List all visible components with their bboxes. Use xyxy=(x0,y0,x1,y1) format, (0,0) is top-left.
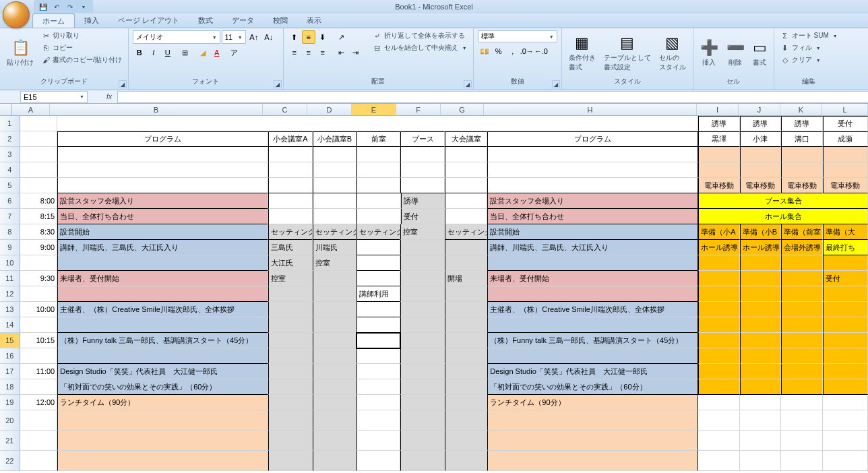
cell[interactable] xyxy=(20,317,58,333)
cell[interactable] xyxy=(487,410,698,431)
cell[interactable]: 大会議室 xyxy=(445,131,487,147)
cell[interactable] xyxy=(445,451,487,471)
cell[interactable] xyxy=(356,379,400,395)
row-header-6[interactable]: 6 xyxy=(0,193,20,209)
cell[interactable] xyxy=(268,451,312,471)
cell[interactable] xyxy=(400,178,444,193)
cell[interactable]: 来場者、受付開始 xyxy=(487,271,698,286)
cell[interactable] xyxy=(57,317,268,333)
col-header-C[interactable]: C xyxy=(263,104,307,115)
cell[interactable] xyxy=(823,147,868,162)
cell[interactable] xyxy=(781,451,822,471)
cell[interactable]: ブース集合 xyxy=(698,193,868,209)
cell[interactable] xyxy=(740,302,781,317)
cell[interactable] xyxy=(740,410,781,431)
cell[interactable] xyxy=(400,302,444,317)
row-header-1[interactable]: 1 xyxy=(0,116,20,131)
cell[interactable] xyxy=(823,431,868,451)
cell[interactable] xyxy=(268,162,312,178)
cell[interactable]: 来場者、受付開始 xyxy=(57,271,268,286)
cell[interactable]: 当日、全体打ち合わせ xyxy=(487,209,698,224)
cell[interactable]: 誘導 xyxy=(698,116,739,131)
cell[interactable] xyxy=(356,395,400,410)
font-name-combo[interactable]: メイリオ▼ xyxy=(133,30,220,44)
row-header-18[interactable]: 18 xyxy=(0,379,20,395)
cell[interactable] xyxy=(445,193,487,209)
cell[interactable] xyxy=(781,302,822,317)
cell[interactable] xyxy=(268,333,312,348)
redo-icon[interactable]: ↷ xyxy=(65,1,75,12)
cell[interactable] xyxy=(20,178,58,193)
cell[interactable] xyxy=(740,286,781,302)
conditional-format-button[interactable]: ▦条件付き 書式 xyxy=(566,30,598,75)
cell[interactable] xyxy=(740,379,781,395)
cell[interactable]: 講師利用 xyxy=(356,286,400,302)
align-middle-button[interactable]: ≡ xyxy=(302,30,315,44)
cell[interactable] xyxy=(20,162,58,178)
cell[interactable]: 最終打ち xyxy=(823,240,868,255)
fill-button[interactable]: ⬇フィル▼ xyxy=(778,42,840,53)
cell[interactable] xyxy=(20,348,58,364)
cell[interactable] xyxy=(356,302,400,317)
undo-icon[interactable]: ↶ xyxy=(51,1,62,12)
cell[interactable] xyxy=(740,364,781,379)
cell[interactable]: 準備（大 xyxy=(823,224,868,240)
cell[interactable]: 受付 xyxy=(401,209,445,224)
cell[interactable] xyxy=(268,379,312,395)
cell[interactable]: 川端氏 xyxy=(313,240,356,255)
currency-button[interactable]: 💴 xyxy=(478,44,491,58)
col-header-B[interactable]: B xyxy=(50,104,263,115)
cell[interactable] xyxy=(356,317,400,333)
cell[interactable] xyxy=(400,431,444,451)
increase-indent-button[interactable]: ⇥ xyxy=(349,46,363,59)
cell[interactable] xyxy=(698,431,739,451)
cell[interactable]: 8:00 xyxy=(20,193,58,209)
cell[interactable] xyxy=(698,348,739,364)
comma-button[interactable]: , xyxy=(506,44,520,58)
cell[interactable]: 受付 xyxy=(823,116,868,131)
col-header-D[interactable]: D xyxy=(307,104,352,115)
cell[interactable] xyxy=(740,271,781,286)
cell[interactable]: 受付 xyxy=(823,271,868,286)
cell[interactable] xyxy=(487,451,698,471)
cell[interactable] xyxy=(313,271,356,286)
cell[interactable]: 電車移動 xyxy=(698,178,739,193)
cell[interactable] xyxy=(445,286,487,302)
align-left-button[interactable]: ≡ xyxy=(288,46,301,59)
cell[interactable] xyxy=(313,410,356,431)
row-header-20[interactable]: 20 xyxy=(0,410,20,431)
cell[interactable] xyxy=(445,379,487,395)
cell[interactable] xyxy=(740,348,781,364)
row-header-15[interactable]: 15 xyxy=(0,333,20,348)
cell[interactable] xyxy=(313,451,356,471)
cell[interactable] xyxy=(20,116,58,131)
cell[interactable] xyxy=(313,193,356,209)
align-top-button[interactable]: ⬆ xyxy=(288,30,301,44)
cell[interactable]: 電車移動 xyxy=(823,178,868,193)
cell[interactable] xyxy=(781,286,822,302)
insert-cells-button[interactable]: ➕挿入 xyxy=(698,30,721,75)
cell[interactable] xyxy=(57,451,268,471)
cell[interactable] xyxy=(445,431,487,451)
row-header-11[interactable]: 11 xyxy=(0,271,20,286)
cell[interactable] xyxy=(487,431,698,451)
cell[interactable] xyxy=(356,193,400,209)
cell[interactable] xyxy=(740,451,781,471)
cell[interactable] xyxy=(20,286,58,302)
cell[interactable] xyxy=(268,431,312,451)
col-header-I[interactable]: I xyxy=(697,104,739,115)
wrap-text-button[interactable]: ⤶折り返して全体を表示する xyxy=(371,30,469,41)
cell[interactable] xyxy=(740,333,781,348)
cell[interactable] xyxy=(445,302,487,317)
formula-input[interactable] xyxy=(117,91,868,103)
cell[interactable] xyxy=(781,255,822,271)
cell[interactable]: 9:30 xyxy=(20,271,58,286)
cell[interactable]: ランチタイム（90分） xyxy=(57,395,268,410)
select-all-button[interactable] xyxy=(0,104,12,115)
cell[interactable] xyxy=(356,348,400,364)
cell[interactable]: 主催者、（株）Creative Smile川端次郎氏、全体挨拶 xyxy=(57,302,268,317)
cell[interactable] xyxy=(356,240,400,255)
clipboard-launcher[interactable]: ◢ xyxy=(119,80,127,88)
cell[interactable]: 電車移動 xyxy=(740,178,781,193)
cell[interactable] xyxy=(698,271,739,286)
